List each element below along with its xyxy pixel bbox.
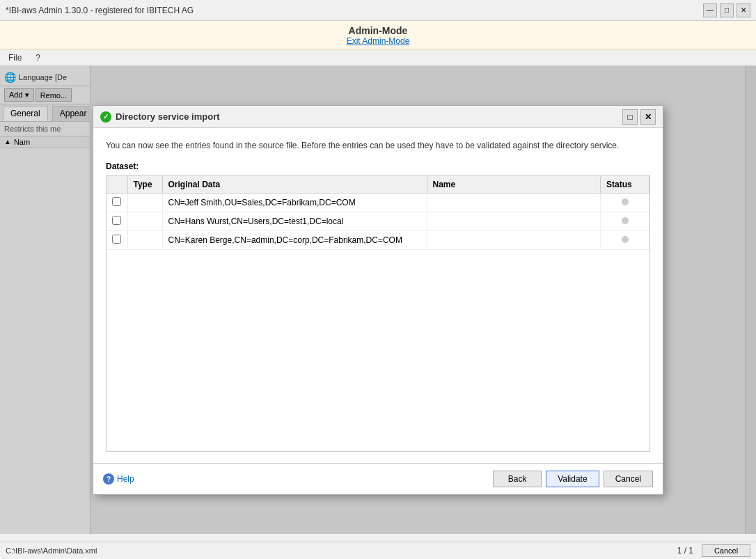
table-header-row: Type Original Data Name Status: [107, 176, 649, 194]
row1-checkbox-cell: [107, 194, 127, 212]
row1-original-data: CN=Jeff Smith,OU=Sales,DC=Fabrikam,DC=CO…: [162, 194, 427, 212]
table-row: CN=Jeff Smith,OU=Sales,DC=Fabrikam,DC=CO…: [107, 194, 649, 212]
dataset-table: Type Original Data Name Status: [107, 176, 649, 250]
close-button[interactable]: ✕: [737, 3, 750, 17]
row3-checkbox-cell: [107, 231, 127, 250]
success-icon: ✓: [100, 111, 111, 123]
dialog-close-button[interactable]: ✕: [640, 109, 656, 125]
row3-checkbox[interactable]: [112, 235, 121, 244]
col-header-original: Original Data: [162, 176, 427, 194]
dialog-window-controls: □ ✕: [622, 109, 656, 125]
dialog-maximize-button[interactable]: □: [622, 109, 638, 125]
exit-admin-mode-link[interactable]: Exit Admin-Mode: [0, 36, 756, 46]
footer-left: ? Help: [103, 473, 134, 485]
dataset-table-wrapper: Type Original Data Name Status: [106, 175, 650, 452]
title-bar: *IBI-aws Admin 1.30.0 - registered for I…: [0, 0, 756, 21]
pagination: 1 / 1: [677, 546, 693, 556]
help-link[interactable]: Help: [117, 474, 134, 484]
row1-status: [601, 194, 649, 212]
row2-original-data: CN=Hans Wurst,CN=Users,DC=test1,DC=local: [162, 212, 427, 231]
maximize-button[interactable]: □: [720, 3, 734, 17]
dialog-title: Directory service import: [116, 111, 220, 122]
footer-right: Back Validate Cancel: [493, 471, 653, 487]
row1-type: [127, 194, 162, 212]
table-row: CN=Hans Wurst,CN=Users,DC=test1,DC=local: [107, 212, 649, 231]
window-controls: — □ ✕: [703, 3, 750, 17]
row2-type: [127, 212, 162, 231]
dialog-title-left: ✓ Directory service import: [100, 111, 220, 123]
minimize-button[interactable]: —: [703, 3, 717, 17]
dialog-footer: ? Help Back Validate Cancel: [93, 463, 663, 494]
row2-checkbox[interactable]: [112, 216, 121, 225]
row1-name: [427, 194, 601, 212]
dialog-info-text: You can now see the entries found in the…: [106, 139, 650, 152]
admin-banner: Admin-Mode Exit Admin-Mode: [0, 21, 756, 49]
table-body: CN=Jeff Smith,OU=Sales,DC=Fabrikam,DC=CO…: [107, 194, 649, 250]
row2-status-dot: [622, 217, 629, 224]
col-header-check: [107, 176, 127, 194]
menu-help[interactable]: ?: [33, 52, 43, 64]
validate-button[interactable]: Validate: [546, 471, 599, 487]
app-title: *IBI-aws Admin 1.30.0 - registered for I…: [6, 6, 194, 15]
row2-name: [427, 212, 601, 231]
main-cancel-button[interactable]: Cancel: [702, 544, 750, 557]
status-bar: C:\IBI-aws\Admin\Data.xml 1 / 1 Cancel: [0, 542, 756, 559]
row2-checkbox-cell: [107, 212, 127, 231]
menu-file[interactable]: File: [6, 52, 24, 64]
table-row: CN=Karen Berge,CN=admin,DC=corp,DC=Fabri…: [107, 231, 649, 250]
back-button[interactable]: Back: [493, 471, 542, 487]
app-area: 🌐 Language [De Add ▾ Remo... General App…: [0, 66, 756, 534]
help-icon: ?: [103, 473, 114, 485]
row3-status-dot: [622, 236, 629, 243]
col-header-name: Name: [427, 176, 601, 194]
row1-status-dot: [622, 198, 629, 205]
dialog: ✓ Directory service import □ ✕ You can n…: [93, 105, 663, 495]
dialog-titlebar: ✓ Directory service import □ ✕: [93, 106, 663, 128]
file-path: C:\IBI-aws\Admin\Data.xml: [6, 546, 97, 555]
col-header-status: Status: [601, 176, 649, 194]
row1-checkbox[interactable]: [112, 197, 121, 206]
col-header-type: Type: [127, 176, 162, 194]
admin-mode-title: Admin-Mode: [0, 25, 756, 36]
row3-status: [601, 231, 649, 250]
dataset-label: Dataset:: [106, 162, 650, 171]
row3-name: [427, 231, 601, 250]
row3-type: [127, 231, 162, 250]
dialog-body: You can now see the entries found in the…: [93, 128, 663, 463]
row3-original-data: CN=Karen Berge,CN=admin,DC=corp,DC=Fabri…: [162, 231, 427, 250]
cancel-button[interactable]: Cancel: [604, 471, 653, 487]
row2-status: [601, 212, 649, 231]
menu-bar: File ?: [0, 49, 756, 66]
status-right: 1 / 1 Cancel: [677, 544, 750, 557]
dialog-overlay: ✓ Directory service import □ ✕ You can n…: [0, 66, 756, 534]
